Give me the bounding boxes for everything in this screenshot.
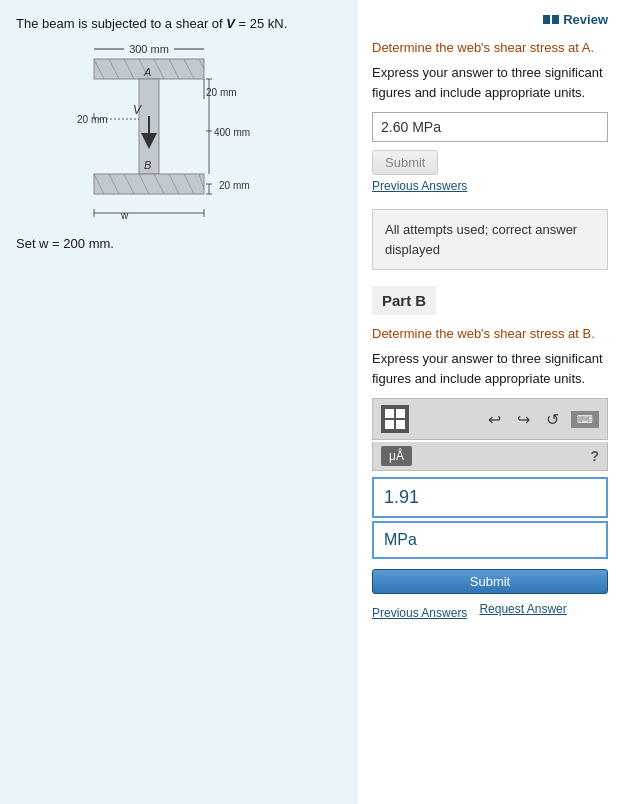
redo-button[interactable]: ↪ [513, 408, 534, 431]
svg-text:w: w [120, 210, 129, 221]
part-b-express-text: Express your answer to three significant… [372, 349, 608, 388]
problem-equation-eq: = 25 kN. [235, 16, 287, 31]
mu-button[interactable]: μÅ [381, 446, 412, 466]
bottom-links: Previous Answers Request Answer [372, 602, 608, 620]
svg-text:B: B [144, 159, 151, 171]
help-icon[interactable]: ? [590, 448, 599, 464]
set-w-text: Set w = 200 mm. [16, 236, 342, 251]
keyboard-button[interactable]: ⌨ [571, 411, 599, 428]
part-a-determine-text: Determine the web's shear stress at A. [372, 39, 608, 57]
problem-statement: The beam is subjected to a shear of V = … [16, 16, 342, 31]
part-b-determine-text: Determine the web's shear stress at B. [372, 325, 608, 343]
part-b-toolbar: ↩ ↪ ↺ ⌨ [372, 398, 608, 440]
review-label[interactable]: Review [563, 12, 608, 27]
problem-equation: V [226, 16, 235, 31]
part-b-previous-answers-link[interactable]: Previous Answers [372, 606, 467, 620]
left-panel: The beam is subjected to a shear of V = … [0, 0, 358, 804]
all-attempts-box: All attempts used; correct answer displa… [372, 209, 608, 270]
refresh-button[interactable]: ↺ [542, 408, 563, 431]
part-a-submit-button[interactable]: Submit [372, 150, 438, 175]
undo-button[interactable]: ↩ [484, 408, 505, 431]
svg-text:20 mm: 20 mm [219, 180, 250, 191]
svg-text:A: A [143, 66, 151, 78]
review-bar: Review [372, 12, 608, 27]
problem-text-prefix: The beam is subjected to a shear of [16, 16, 226, 31]
request-answer-link[interactable]: Request Answer [479, 602, 566, 620]
svg-text:400 mm: 400 mm [214, 127, 250, 138]
right-panel: Review Determine the web's shear stress … [358, 0, 622, 804]
part-a-section: Determine the web's shear stress at A. E… [372, 39, 608, 193]
beam-diagram: 300 mm A [16, 41, 342, 226]
review-icon-bar2 [552, 15, 559, 24]
part-b-toolbar-row2: μÅ ? [372, 442, 608, 471]
review-icon [543, 15, 559, 24]
part-b-submit-button[interactable]: Submit [372, 569, 608, 594]
svg-text:20 mm: 20 mm [77, 114, 108, 125]
grid-icon[interactable] [381, 405, 409, 433]
part-b-unit-display: MPa [372, 521, 608, 559]
part-b-header: Part B [372, 286, 436, 315]
beam-svg: 300 mm A [49, 41, 309, 226]
review-icon-bar1 [543, 15, 550, 24]
svg-text:300 mm: 300 mm [129, 43, 169, 55]
all-attempts-text: All attempts used; correct answer displa… [385, 222, 577, 257]
part-a-previous-answers-link[interactable]: Previous Answers [372, 179, 467, 193]
part-b-section: Part B Determine the web's shear stress … [372, 286, 608, 620]
part-a-express-text: Express your answer to three significant… [372, 63, 608, 102]
svg-text:20 mm: 20 mm [206, 87, 237, 98]
part-b-value-input[interactable] [372, 477, 608, 518]
svg-text:V: V [133, 103, 142, 117]
part-a-answer-display: 2.60 MPa [372, 112, 608, 142]
part-b-bottom-actions: Submit Previous Answers Request Answer [372, 569, 608, 620]
